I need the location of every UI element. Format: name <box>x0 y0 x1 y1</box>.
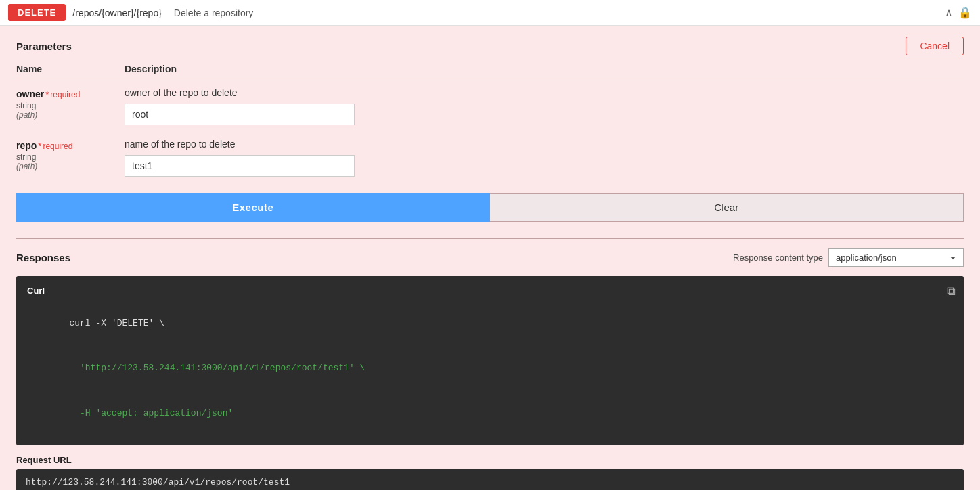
curl-title: Curl <box>27 286 953 296</box>
param-description-repo: name of the repo to delete <box>125 139 964 150</box>
col-name-header: Name <box>16 64 125 74</box>
request-url-value: http://123.58.244.141:3000/api/v1/repos/… <box>26 477 290 487</box>
curl-line-1: curl -X 'DELETE' \ <box>69 318 164 328</box>
execute-button[interactable]: Execute <box>16 193 490 222</box>
content-type-label: Response content type <box>733 252 823 263</box>
curl-line-2: 'http://123.58.244.141:3000/api/v1/repos… <box>69 363 365 373</box>
endpoint-path: /repos/{owner}/{repo} <box>72 7 162 18</box>
owner-input[interactable] <box>125 104 355 125</box>
param-description-owner: owner of the repo to delete <box>125 87 964 98</box>
param-type-owner: string (path) <box>16 101 125 120</box>
param-type-repo: string (path) <box>16 152 125 171</box>
curl-section: Curl curl -X 'DELETE' \ 'http://123.58.2… <box>16 276 964 445</box>
curl-line-3: -H 'accept: application/json' <box>69 408 233 418</box>
header-right: ∧ 🔒 <box>945 6 972 19</box>
curl-code: curl -X 'DELETE' \ 'http://123.58.244.14… <box>27 301 953 436</box>
param-desc-col-owner: owner of the repo to delete <box>125 87 964 125</box>
responses-title: Responses <box>16 252 70 263</box>
param-table-header: Name Description <box>16 64 964 79</box>
parameters-section-header: Parameters Cancel <box>16 37 964 55</box>
content-area: Parameters Cancel Name Description owner… <box>0 26 980 490</box>
lock-icon[interactable]: 🔒 <box>958 6 972 19</box>
request-url-section: Request URL http://123.58.244.141:3000/a… <box>16 455 964 490</box>
param-row-repo: repo*required string (path) name of the … <box>16 139 964 177</box>
col-description-header: Description <box>125 64 964 74</box>
request-url-label: Request URL <box>16 455 964 465</box>
content-type-select[interactable]: application/json <box>828 248 964 267</box>
collapse-icon[interactable]: ∧ <box>945 6 953 19</box>
request-url-box: http://123.58.244.141:3000/api/v1/repos/… <box>16 469 964 490</box>
action-buttons: Execute Clear <box>16 193 964 222</box>
cancel-button[interactable]: Cancel <box>906 37 964 55</box>
param-name-owner: owner*required <box>16 89 125 99</box>
method-badge: DELETE <box>8 4 66 21</box>
content-type-selector: Response content type application/json <box>733 248 964 267</box>
main-container: DELETE /repos/{owner}/{repo} Delete a re… <box>0 0 980 490</box>
repo-input[interactable] <box>125 155 355 177</box>
param-row-owner: owner*required string (path) owner of th… <box>16 87 964 125</box>
responses-section-header: Responses Response content type applicat… <box>16 238 964 267</box>
param-name-col-owner: owner*required string (path) <box>16 87 125 125</box>
endpoint-description: Delete a repository <box>174 7 254 18</box>
param-name-repo: repo*required <box>16 140 125 151</box>
parameters-title: Parameters <box>16 41 72 52</box>
clear-button[interactable]: Clear <box>490 193 964 222</box>
header-bar: DELETE /repos/{owner}/{repo} Delete a re… <box>0 0 980 26</box>
param-name-col-repo: repo*required string (path) <box>16 139 125 177</box>
copy-icon[interactable]: ⧉ <box>947 284 956 298</box>
param-desc-col-repo: name of the repo to delete <box>125 139 964 177</box>
